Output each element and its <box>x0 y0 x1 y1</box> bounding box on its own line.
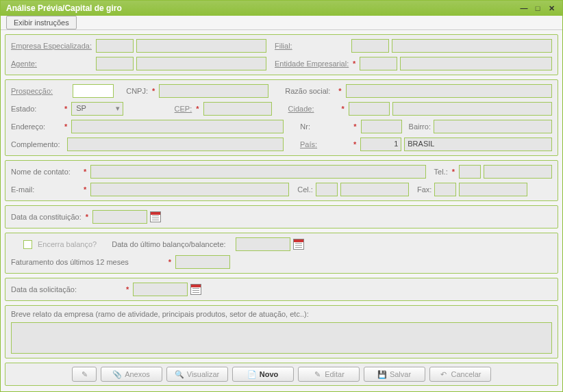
entidade-label[interactable]: Entidade Empresarial: <box>275 60 349 68</box>
nome-contato-field[interactable] <box>90 165 425 179</box>
novo-button[interactable]: 📄Novo <box>232 367 294 382</box>
toolbar: Exibir instruções <box>1 16 562 30</box>
cep-field[interactable] <box>203 102 272 116</box>
pais-label[interactable]: País: <box>300 140 349 148</box>
visualizar-button[interactable]: 🔍Visualizar <box>166 367 228 382</box>
faturamento-label: Faturamento dos últimos 12 meses <box>11 258 129 266</box>
draw-button[interactable]: ✎ <box>72 367 97 382</box>
entidade-name[interactable] <box>400 57 552 70</box>
salvar-label: Salvar <box>390 370 411 378</box>
close-icon[interactable]: ✕ <box>546 3 557 13</box>
entidade-code[interactable] <box>360 57 397 70</box>
required-mark: * <box>63 105 68 113</box>
nr-label: Nr: <box>300 122 349 131</box>
required-mark: * <box>352 122 358 131</box>
editar-button[interactable]: ✎Editar <box>298 367 360 382</box>
panel-balanco: Encerra balanço? Data do último balanço/… <box>5 233 558 274</box>
empresa-especializada-label[interactable]: Empresa Especializada: <box>11 42 93 50</box>
required-mark: * <box>195 105 200 113</box>
required-mark: * <box>82 185 88 194</box>
cel-ddd[interactable] <box>316 183 338 196</box>
cidade-name[interactable] <box>392 102 552 116</box>
cnpj-label: CNPJ: <box>123 87 148 95</box>
cel-num[interactable] <box>340 183 409 196</box>
prospeccao-label[interactable]: Prospecção: <box>11 87 60 95</box>
minimize-icon[interactable]: — <box>518 3 529 13</box>
required-mark: * <box>352 140 358 148</box>
content: Empresa Especializada: Filial: Agente: E… <box>1 30 562 367</box>
maximize-icon[interactable]: □ <box>532 3 543 13</box>
agente-code[interactable] <box>96 57 134 70</box>
titlebar: Análise Prévia/Capital de giro — □ ✕ <box>1 1 562 16</box>
fax-ddd[interactable] <box>434 183 456 196</box>
undo-icon: ↶ <box>439 370 447 378</box>
edit-icon: ✎ <box>313 370 321 378</box>
calendar-icon[interactable] <box>293 239 304 250</box>
empresa-especializada-name[interactable] <box>136 39 266 53</box>
data-const-label: Data da constituição: <box>11 213 82 221</box>
panel-constituicao: Data da constituição: * <box>5 205 558 228</box>
estado-label: Estado: <box>11 105 60 113</box>
required-mark: * <box>340 105 346 113</box>
fax-label: Fax: <box>417 185 431 194</box>
empresa-especializada-code[interactable] <box>96 39 134 53</box>
data-solic-field[interactable] <box>133 283 188 296</box>
cnpj-field[interactable] <box>159 84 268 98</box>
required-mark: * <box>82 168 88 176</box>
nr-field[interactable] <box>361 120 402 133</box>
save-icon: 💾 <box>378 370 386 378</box>
tel-label: Tel.: <box>434 168 448 176</box>
endereco-label: Endereço: <box>11 122 60 131</box>
panel-prospeccao: Prospecção: CNPJ: * Razão social: * Esta… <box>5 79 558 156</box>
pais-code[interactable]: 1 <box>360 138 401 151</box>
cidade-label[interactable]: Cidade: <box>288 105 338 113</box>
filial-name[interactable] <box>392 39 552 53</box>
visualizar-label: Visualizar <box>187 370 220 378</box>
data-balanco-label: Data do último balanço/balancete: <box>112 240 225 248</box>
required-mark: * <box>451 168 456 176</box>
data-const-field[interactable] <box>92 210 147 224</box>
relato-label: Breve relato da empresa (ramo de ativida… <box>11 310 309 318</box>
required-mark: * <box>337 87 342 95</box>
required-mark: * <box>351 60 357 68</box>
panel-relato: Breve relato da empresa (ramo de ativida… <box>5 305 558 358</box>
panel-contato: Nome de contato: * Tel.: * E-mail: * Cel… <box>5 160 558 201</box>
novo-label: Novo <box>260 370 279 378</box>
relato-textarea[interactable] <box>11 322 552 354</box>
anexos-button[interactable]: 📎Anexos <box>101 367 162 382</box>
pencil-icon: ✎ <box>80 370 88 378</box>
bottombar: ✎ 📎Anexos 🔍Visualizar 📄Novo ✎Editar 💾Sal… <box>5 363 558 386</box>
required-mark: * <box>84 213 90 221</box>
agente-label[interactable]: Agente: <box>11 60 93 68</box>
data-balanco-field[interactable] <box>236 237 290 251</box>
instructions-button[interactable]: Exibir instruções <box>6 16 77 29</box>
new-icon: 📄 <box>248 370 256 378</box>
prospeccao-field[interactable] <box>73 84 114 98</box>
complemento-field[interactable] <box>67 138 284 151</box>
estado-select[interactable]: SP <box>71 102 123 116</box>
pais-name[interactable]: BRASIL <box>404 138 552 151</box>
cancelar-button[interactable]: ↶Cancelar <box>429 367 491 382</box>
cel-label: Cel.: <box>297 185 313 194</box>
endereco-field[interactable] <box>71 120 284 133</box>
tel-num[interactable] <box>484 165 552 179</box>
filial-label[interactable]: Filial: <box>275 42 349 50</box>
encerra-checkbox[interactable] <box>23 240 32 249</box>
email-field[interactable] <box>90 183 289 196</box>
agente-name[interactable] <box>136 57 266 70</box>
faturamento-field[interactable] <box>175 255 230 269</box>
required-mark: * <box>63 122 68 131</box>
bairro-field[interactable] <box>434 120 552 133</box>
tel-ddd[interactable] <box>459 165 481 179</box>
salvar-button[interactable]: 💾Salvar <box>364 367 425 382</box>
razao-field[interactable] <box>346 84 552 98</box>
razao-label: Razão social: <box>285 87 334 95</box>
filial-code[interactable] <box>351 39 389 53</box>
calendar-icon[interactable] <box>150 211 161 222</box>
calendar-icon[interactable] <box>190 284 201 295</box>
cep-label[interactable]: CEP: <box>167 105 192 113</box>
complemento-label: Complemento: <box>11 140 64 148</box>
cidade-code[interactable] <box>349 102 390 116</box>
main-window: Análise Prévia/Capital de giro — □ ✕ Exi… <box>0 0 563 392</box>
fax-num[interactable] <box>459 183 527 196</box>
